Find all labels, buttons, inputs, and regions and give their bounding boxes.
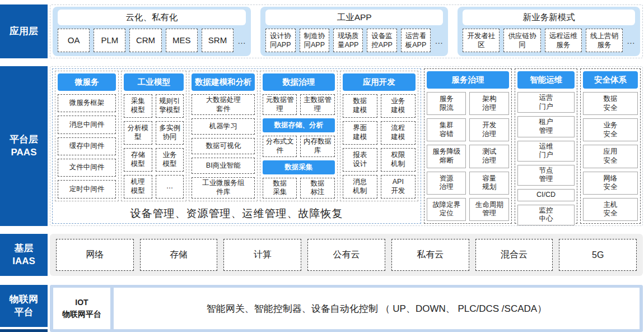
service-governance-grid: 服务 限流 架构 治理 集群 容错 开发 治理 服务降级 熔断 测试 治理 资源… [427,92,509,221]
service-governance-item: 服务 限流 [427,92,466,115]
service-governance-item: 服务降级 熔断 [427,145,466,168]
app-dev-item: 消息 机制 [343,175,377,199]
model-item: 存储 模型 [124,148,152,172]
app-dev-item: 权限 机制 [381,148,416,172]
group-items: OA PLM CRM MES SRM … [58,29,246,52]
data-modeling-item: 机器学习 [192,118,255,135]
app-item: MES [166,29,198,52]
panel-body: 数据 安全 业务 安全 应用 安全 网络 安全 主机 安全 [583,92,638,221]
app-item: 远程运维 服务 [545,29,582,52]
iot-layer-row: 物联网 平台 IOT 物联网平台 智能网关、智能控制器、设备自动化控制 （ UP… [0,285,643,332]
iaas-item: 5G [559,239,637,271]
governance-item: 分布式文 件 [263,136,297,156]
bottom-edge-decoration [0,329,48,332]
app-dev-item: 业务 建模 [381,94,416,118]
app-dev-item: 数据 建模 [343,94,377,118]
paas-label-en: PAAS [11,146,37,159]
service-governance-item: 架构 治理 [469,92,509,115]
iot-label-en: 平台 [15,306,34,319]
column-header-microservice: 微服务 [58,73,116,91]
iaas-label-en: IAAS [12,255,35,268]
column-app-dev: 应用开发 数据 建模 业务 建模 界面 建模 流程 建模 报表 设计 权限 机制… [340,71,418,201]
governance-item: 元数据管 理 [263,94,297,115]
app-group-industrial-app: 工业APP 设计协 同APP 制造协 同APP 现场质 量APP 设备监 控AP… [260,7,448,56]
app-item: 现场质 量APP [333,29,363,52]
panel-header-security: 安全体系 [583,71,638,89]
iot-badge-subtitle: 物联网平台 [62,308,101,320]
app-layer-row: 应用层 云化、私有化 OA PLM CRM MES SRM … 工业APP 设计… [0,4,643,58]
group-title-cloudization: 云化、私有化 [58,10,246,25]
group-items: 开发者社区 供应链协 同 远程运维 服务 线上营销 服务 … [463,29,635,52]
iaas-item: 私有云 [391,239,469,271]
security-item: 网络 安全 [583,172,638,195]
ellipsis-more: … [627,36,635,45]
paas-layer-content: 微服务 微服务框架 消息中间件 缓存中间件 文件中间件 定时中间件 工业模型 [50,66,643,226]
model-grid: 采集 模型 规则引 擎模型 分析模 型 多实例 协同 存储 模型 业务 模型 机… [124,94,184,199]
panel-body: 服务 限流 架构 治理 集群 容错 开发 治理 服务降级 熔断 测试 治理 资源… [427,92,509,221]
governance-item: 内存数据 库 [300,136,334,156]
iot-layer-label: 物联网 平台 [0,285,48,327]
iot-main-text: 智能网关、智能控制器、设备自动化控制 （ UP、DOWN、 PLC/DCS /S… [207,302,547,315]
security-item: 主机 安全 [583,198,638,221]
app-item: 线上营销 服务 [586,29,623,52]
service-governance-item: 集群 容错 [427,118,466,141]
iaas-item: 网络 [56,239,134,271]
app-group-new-business: 新业务新模式 开发者社区 供应链协 同 远程运维 服务 线上营销 服务 … [458,7,640,56]
governance-grid: 元数据管 理 主数据管 理 [263,94,335,115]
iaas-layer-row: 基层 IAAS 网络 存储 计算 公有云 私有云 混合云 5G [0,234,643,276]
app-item: CRM [129,29,161,52]
data-modeling-item: 大数据处理 套件 [192,94,255,115]
service-governance-item: 故障定界 定位 [427,198,466,221]
paas-bottom-bar: 设备管理、资源管理、运维管理、故障恢复 [55,201,418,226]
governance-item: 主数据管 理 [300,94,334,115]
paas-columns: 微服务 微服务框架 消息中间件 缓存中间件 文件中间件 定时中间件 工业模型 [55,71,418,201]
app-item: 制造协 同APP [300,29,329,52]
panel-smart-ops: 智能运维 运营 门户 租户 管理 运维 门户 节点 管理 CI/CD 监控 中心 [515,68,577,224]
security-item: 应用 安全 [583,145,638,168]
iaas-item: 混合云 [475,239,553,271]
app-item: SRM [202,29,234,52]
model-item-ellipsis: … [156,175,184,199]
service-governance-item: 开发 治理 [469,118,509,141]
subheader-data-storage-analysis: 数据存储、分析 [263,118,335,132]
column-body: 元数据管 理 主数据管 理 数据存储、分析 分布式文 件 内存数据 库 数据采集… [263,94,335,199]
smart-ops-item: 节点 管理 [517,165,575,186]
iot-platform-badge: IOT 物联网平台 [53,288,110,329]
panel-security: 安全体系 数据 安全 业务 安全 应用 安全 网络 安全 主机 安全 [580,68,641,224]
model-item: 多实例 协同 [156,121,184,145]
iot-badge-title: IOT [75,297,88,308]
governance-grid: 分布式文 件 内存数据 库 [263,136,335,156]
security-item: 数据 安全 [583,92,638,115]
column-body: 微服务框架 消息中间件 缓存中间件 文件中间件 定时中间件 [58,94,116,199]
column-header-data-governance: 数据治理 [263,73,335,91]
smart-ops-item: 运维 门户 [517,141,575,162]
iaas-layer-label: 基层 IAAS [0,234,48,276]
paas-label-cn: 平台层 [10,133,38,146]
app-dev-item: 报表 设计 [343,148,377,172]
iaas-layer-content: 网络 存储 计算 公有云 私有云 混合云 5G [50,234,643,276]
app-dev-grid: 数据 建模 业务 建模 界面 建模 流程 建模 报表 设计 权限 机制 消息 机… [343,94,416,199]
smart-ops-item: 监控 中心 [517,205,575,225]
app-item: 设计协 同APP [265,29,295,52]
app-dev-item: API 开发 [381,175,416,199]
column-industrial-model: 工业模型 采集 模型 规则引 擎模型 分析模 型 多实例 协同 存储 模型 业务… [121,71,186,201]
column-body: 数据 建模 业务 建模 界面 建模 流程 建模 报表 设计 权限 机制 消息 机… [343,94,416,199]
governance-grid: 数据 采集 数据 标注 [263,178,335,199]
panel-header-smart-ops: 智能运维 [517,71,575,89]
app-item: 开发者社区 [463,29,500,52]
app-item: PLM [94,29,125,52]
paas-left-group: 微服务 微服务框架 消息中间件 缓存中间件 文件中间件 定时中间件 工业模型 [52,68,421,224]
panel-body: 运营 门户 租户 管理 运维 门户 节点 管理 CI/CD 监控 中心 [517,92,575,225]
model-item: 规则引 擎模型 [156,94,184,118]
architecture-diagram: 应用层 云化、私有化 OA PLM CRM MES SRM … 工业APP 设计… [0,0,644,332]
model-item: 业务 模型 [156,148,184,172]
service-governance-item: 测试 治理 [469,145,509,168]
app-dev-item: 界面 建模 [343,121,377,145]
iaas-item: 存储 [140,239,218,271]
app-group-cloudization: 云化、私有化 OA PLM CRM MES SRM … [53,7,251,56]
model-item: 分析模 型 [124,121,152,145]
column-data-modeling: 数据建模和分析 大数据处理 套件 机器学习 数据可视化 BI商业智能 工业微服务… [189,71,258,201]
app-layer-label: 应用层 [0,4,48,58]
panel-service-governance: 服务治理 服务 限流 架构 治理 集群 容错 开发 治理 服务降级 熔断 测试 … [424,68,512,224]
microservice-item: 消息中间件 [58,116,116,133]
